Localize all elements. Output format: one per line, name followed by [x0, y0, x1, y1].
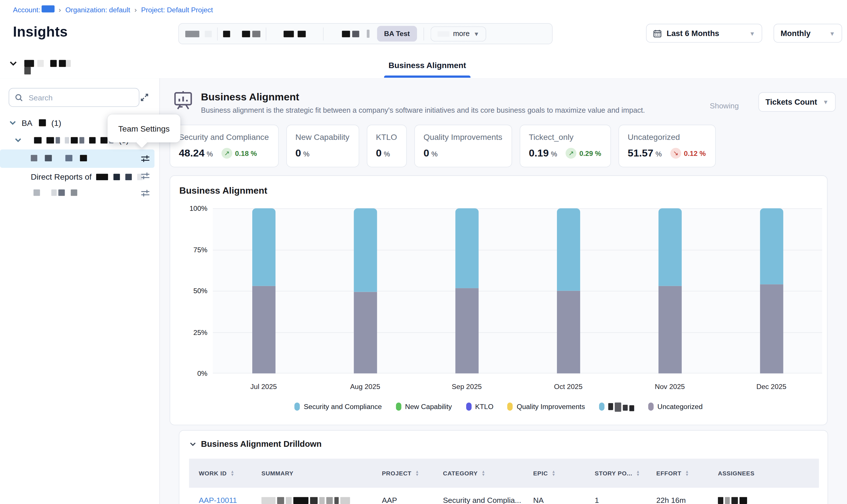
metric-card-value: 0: [295, 147, 301, 159]
metric-card: KTLO0%: [367, 125, 407, 167]
showing-select[interactable]: Tickets Count ▼: [759, 92, 836, 112]
legend-label: New Capability: [405, 402, 452, 411]
metric-card-value: 0.19: [529, 147, 549, 159]
metric-card: Quality Improvements0%: [414, 125, 512, 167]
date-range-select[interactable]: Last 6 Months ▼: [646, 24, 762, 42]
bar-segment-security-and-compliance: [658, 208, 681, 286]
ba-test-button[interactable]: BA Test: [377, 26, 417, 42]
redacted-toolbar-group[interactable]: [223, 31, 260, 37]
metric-card-unit: %: [551, 150, 557, 158]
search-input[interactable]: [28, 93, 134, 103]
column-header-story-po-[interactable]: STORY PO...▲▼: [585, 470, 646, 476]
bar-segment-uncategorized: [353, 292, 377, 374]
team-settings-sliders-icon[interactable]: [140, 170, 152, 182]
metric-card-delta-value: 0.29 %: [579, 149, 601, 157]
legend-swatch: [295, 402, 300, 411]
bar-segment-security-and-compliance: [455, 208, 478, 288]
sort-icon[interactable]: ▲▼: [481, 470, 485, 476]
work-id-link[interactable]: AAP-10011: [199, 496, 237, 504]
legend-label: Uncategorized: [657, 402, 703, 411]
redacted-block: [437, 31, 449, 36]
legend-item[interactable]: New Capability: [396, 402, 452, 411]
redacted-toolbar-group[interactable]: [342, 30, 369, 38]
legend-swatch: [599, 402, 604, 411]
redacted-label: [34, 137, 114, 143]
chevron-down-icon: [189, 440, 196, 448]
column-header-epic[interactable]: EPIC▲▼: [523, 470, 585, 476]
stacked-bar: [252, 208, 275, 373]
tree-node-root[interactable]: BA (1): [8, 118, 61, 127]
trend-up-icon: ↗: [566, 148, 577, 159]
column-header-assignees: ASSIGNEES: [708, 470, 819, 476]
granularity-select[interactable]: Monthly ▼: [773, 24, 842, 42]
sidebar-collapse-control[interactable]: [8, 59, 84, 75]
legend-item[interactable]: Security and Compliance: [295, 402, 382, 411]
metric-card-unit: %: [655, 150, 662, 158]
tree-node-team[interactable]: [34, 190, 77, 196]
breadcrumb-project-link[interactable]: Project: Default Project: [141, 6, 213, 14]
table-row[interactable]: AAP-10011AAPSecurity and Complia...NA122…: [189, 488, 819, 504]
redacted-block: [39, 119, 46, 126]
chart-legend: Security and ComplianceNew CapabilityKTL…: [170, 401, 827, 412]
more-button[interactable]: more ▼: [430, 26, 486, 41]
drilldown-card: Business Alignment Drilldown WORK ID▲▼SU…: [179, 430, 828, 504]
team-settings-sliders-icon[interactable]: [140, 153, 152, 165]
cell-epic: NA: [523, 496, 585, 504]
bar-segment-uncategorized: [252, 286, 275, 374]
legend-item[interactable]: [599, 401, 634, 412]
cell-story-points: 1: [585, 496, 646, 504]
column-header-label: PROJECT: [382, 470, 412, 476]
sort-icon[interactable]: ▲▼: [230, 470, 235, 476]
legend-item[interactable]: Uncategorized: [648, 402, 703, 411]
sidebar-search[interactable]: [8, 88, 139, 107]
cell-project: AAP: [372, 496, 433, 504]
bar-segment-security-and-compliance: [252, 208, 275, 286]
redacted-toolbar-group[interactable]: [283, 31, 306, 37]
section-description: Business alignment is the strategic fit …: [201, 106, 645, 114]
tree-node-team-selected[interactable]: [31, 155, 87, 161]
drilldown-table: WORK ID▲▼SUMMARYPROJECT▲▼CATEGORY▲▼EPIC▲…: [189, 459, 819, 504]
breadcrumb-organization-link[interactable]: Organization: default: [65, 6, 130, 14]
legend-item[interactable]: KTLO: [466, 402, 494, 411]
column-header-effort[interactable]: EFFORT▲▼: [646, 470, 708, 476]
tree-node-direct-reports[interactable]: Direct Reports of: [31, 172, 143, 181]
tab-business-alignment[interactable]: Business Alignment: [384, 52, 470, 78]
sort-icon[interactable]: ▲▼: [552, 470, 556, 476]
chevron-down-icon: ▼: [823, 99, 829, 105]
column-header-label: EPIC: [533, 470, 548, 476]
metric-card-delta: ↗0.18 %: [222, 148, 257, 159]
metric-card-delta: ↘0.12 %: [670, 148, 706, 159]
column-header-category[interactable]: CATEGORY▲▼: [433, 470, 523, 476]
column-header-label: WORK ID: [199, 470, 227, 476]
chart-x-tick-label: Nov 2025: [655, 383, 685, 391]
metric-card-unit: %: [303, 150, 310, 158]
breadcrumb-account-link[interactable]: Account:: [13, 5, 54, 14]
section-title: Business Alignment: [201, 91, 299, 103]
team-settings-sliders-icon[interactable]: [140, 187, 152, 199]
legend-swatch: [648, 402, 654, 411]
expand-sidebar-icon[interactable]: [139, 91, 152, 103]
bar-segment-security-and-compliance: [760, 208, 783, 284]
stacked-bar: [658, 208, 681, 373]
metric-card-label: KTLO: [376, 132, 397, 141]
page-title: Insights: [13, 24, 68, 40]
sort-icon[interactable]: ▲▼: [636, 470, 640, 476]
sort-icon[interactable]: ▲▼: [685, 470, 689, 476]
metric-card-label: Security and Compliance: [179, 132, 269, 141]
redacted-toolbar-group[interactable]: [185, 31, 212, 37]
calendar-icon: [653, 29, 662, 37]
legend-item[interactable]: Quality Improvements: [507, 402, 585, 411]
main-panel: Business Alignment Business alignment is…: [160, 78, 847, 504]
column-header-work-id[interactable]: WORK ID▲▼: [189, 470, 252, 476]
chevron-down-icon: [8, 59, 18, 68]
redacted-label: [608, 401, 634, 412]
metric-card-value: 48.24: [179, 147, 205, 159]
chart-bar-group: [517, 208, 619, 373]
presentation-chart-icon: [173, 90, 194, 111]
column-header-project[interactable]: PROJECT▲▼: [372, 470, 433, 476]
drilldown-collapse-header[interactable]: Business Alignment Drilldown: [189, 439, 322, 449]
redacted-label: [34, 190, 77, 196]
chart-bar-group: [314, 208, 416, 373]
chart-x-tick-label: Aug 2025: [350, 383, 380, 391]
sort-icon[interactable]: ▲▼: [415, 470, 419, 476]
